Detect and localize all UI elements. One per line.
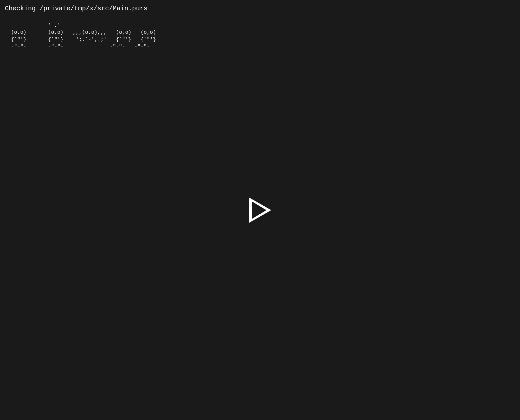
play-icon[interactable]	[246, 196, 274, 225]
ascii-art-display: ____ '_,' ____ (o,o) (o,o) ,,,(o,o),,, (…	[5, 22, 156, 51]
terminal-output: Checking /private/tmp/x/src/Main.purs __…	[0, 0, 161, 56]
checking-line: Checking /private/tmp/x/src/Main.purs	[5, 5, 156, 12]
play-button[interactable]	[246, 196, 274, 225]
